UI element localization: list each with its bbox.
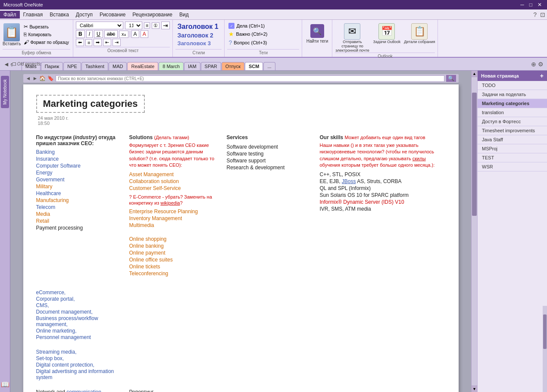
tab-scm[interactable]: SCM [245,62,263,70]
skills-list: C++, STL, POSIX EE, EJB, JBoss AS, Strut… [320,171,446,212]
tab-mad[interactable]: MAD [109,62,127,70]
right-panel-item-fortress[interactable]: Доступ в Фортесс [478,117,547,126]
v-scroll-thumb[interactable] [472,93,477,216]
tab-8march[interactable]: 8 March [159,62,184,70]
svc-software-support: Software support [227,158,313,164]
window-close-btn[interactable]: ✕ [536,2,544,8]
find-tags-button[interactable]: 🔍 Найти теги [306,24,328,44]
industry-telecom: Telecom [36,204,122,210]
tab-settings-icon[interactable]: ⚙ [538,61,544,68]
main-grid: По индустрии (industry) откуда пришел за… [36,134,446,277]
heading1-style[interactable]: Заголовок 1 [175,22,222,31]
outdent-button[interactable]: ⇤ [103,39,111,46]
right-panel-add-btn[interactable]: + [540,72,544,79]
cut-button[interactable]: ✂ Вырезать [22,23,70,30]
notebook-icon[interactable]: 📖 [0,379,11,390]
v-scroll-up[interactable]: ▲ [472,71,477,77]
sol-erp: Enterprise Resource Planning [129,208,220,215]
nav-home[interactable]: 🏠 [39,75,46,81]
tag1-button[interactable]: ✓ Дела (Ctrl+1) [227,22,299,29]
skills-header: Our skills Может добавить еще один вид т… [320,134,446,140]
services-header: Services [227,134,313,140]
tab-nav-left[interactable]: ◄ [3,61,9,68]
streaming-col4 [320,349,446,380]
menu-home[interactable]: Главная [20,11,47,19]
services-column: Services Software development Software t… [227,134,313,277]
window-minimize-btn[interactable]: ─ [519,2,526,8]
nav-bookmark[interactable]: 🔖 [47,75,54,81]
industry-retail: Retail [36,218,122,224]
align-center-button[interactable]: ≡ [85,39,92,46]
tab-spar[interactable]: SPAR [201,62,221,70]
font-selector[interactable]: Calibri [76,22,123,29]
search-input[interactable] [56,75,444,82]
underline-button[interactable]: U [94,30,103,38]
copy-button[interactable]: ⎘ Копировать [22,31,70,38]
align-left-button[interactable]: ⬅ [76,39,84,46]
window-control-icon[interactable]: ⊡ [538,11,547,18]
right-panel-scroll-thumb[interactable] [543,314,547,349]
tab-right-nav[interactable]: ⊕ [531,61,536,68]
tab-otpusk[interactable]: Отпуск [222,62,244,70]
meeting-details-button[interactable]: 📋 Детали собрания [404,23,435,44]
font-color-button[interactable]: A [141,30,148,38]
right-panel-item-wsr[interactable]: WSR [478,162,547,171]
right-panel-item-msproj[interactable]: MSProj [478,144,547,153]
format-painter-button[interactable]: 🖌 Формат по образцу [22,39,70,46]
menu-review[interactable]: Рецензирование [129,11,176,19]
tab-nav-icon1[interactable]: 🏷 [10,61,16,68]
tab-realestate[interactable]: RealEstate [127,62,158,70]
menu-view[interactable]: Вид [176,11,192,19]
numbering-button[interactable]: ① [152,22,159,29]
right-panel-item-todo[interactable]: TODO [478,81,547,90]
menu-draw[interactable]: Рисование [96,11,129,19]
paste-button[interactable]: 📋 Вставить [3,23,21,46]
right-panel-scroll[interactable]: TODO Задачи на поделать Marketing catego… [478,81,547,392]
indent-more-button[interactable]: ⇥ [113,39,121,46]
right-panel-item-marketing[interactable]: Marketing categories [478,99,547,108]
align-right-button[interactable]: ➡ [94,39,102,46]
bold-button[interactable]: B [76,30,85,38]
heading3-style[interactable]: Заголовок 3 [175,40,222,47]
right-panel-item-test[interactable]: TEST [478,153,547,162]
tab-paris[interactable]: Париж [41,62,63,70]
sol-online-banking: Online banking [129,243,220,249]
heading2-style[interactable]: Заголовок 2 [175,31,222,39]
highlight-button[interactable]: A [131,30,139,38]
notebook-tab[interactable]: My Notebook [1,76,9,108]
tabs-bar: ◄ 🏷 Old projects: Mails Париж NPE Tashke… [0,58,547,71]
tab-more[interactable]: ... [263,62,275,70]
tab-npe[interactable]: NPE [63,62,81,70]
indent-button[interactable]: ⇥ [161,22,170,29]
send-email-button[interactable]: ✉ Отправить страницу по электронной почт… [335,23,369,53]
font-size-selector[interactable]: 11 [125,22,142,29]
tab-iam[interactable]: IAM [184,62,200,70]
tab-tashkent[interactable]: Tashkent [81,62,108,70]
sol-teleconf: Teleconferencing [129,271,220,277]
sol-inventory: Inventory Management [129,215,220,221]
solutions-list: Asset Management Collaboration solution … [129,171,220,277]
menu-file[interactable]: Файл [0,11,20,19]
industry-healthcare: Healthcare [36,190,122,196]
right-panel-item-timesheet[interactable]: Timesheet improvements [478,126,547,135]
nav-forward[interactable]: ► [32,75,38,81]
list-button[interactable]: ≡ [144,22,150,28]
right-panel-item-translation[interactable]: translation [478,108,547,117]
help-icon[interactable]: ? [531,11,538,18]
italic-button[interactable]: I [86,30,93,38]
window-maximize-btn[interactable]: □ [528,2,534,8]
nav-back[interactable]: ◄ [26,75,31,81]
right-panel-item-tasks[interactable]: Задачи на поделать [478,90,547,99]
tag3-button[interactable]: ? Вопрос (Ctrl+3) [227,39,299,47]
strikethrough-button[interactable]: abc [104,30,118,38]
right-panel: Новая страница + TODO Задачи на поделать… [477,71,547,392]
tag2-button[interactable]: ★ Важно (Ctrl+2) [227,30,299,38]
menu-access[interactable]: Доступ [72,11,96,19]
menu-insert[interactable]: Вставка [46,11,72,19]
right-panel-item-java[interactable]: Java Staff [478,135,547,144]
page-scroll-area[interactable]: ◄ ► 🏠 🔖 🔍 Marketing categories 24 мая 20… [10,71,471,392]
v-scroll-down[interactable]: ▼ [472,386,477,392]
outlook-tasks-button[interactable]: 📅 Задачи Outlook [373,23,400,44]
subscript-button[interactable]: x₂ [119,31,128,38]
search-button[interactable]: 🔍 [446,75,456,82]
